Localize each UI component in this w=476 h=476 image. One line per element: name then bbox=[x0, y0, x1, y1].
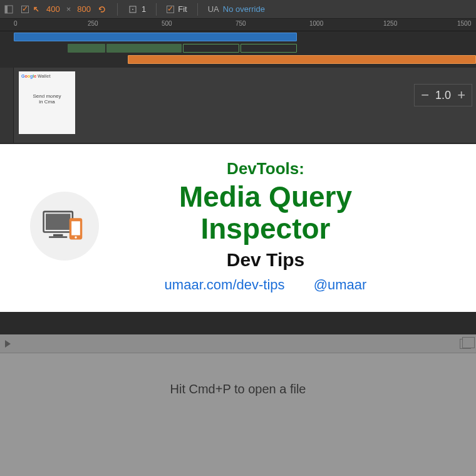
tabs-icon[interactable] bbox=[460, 339, 471, 349]
svg-rect-5 bbox=[46, 214, 70, 230]
ruler-tick: 1500 bbox=[457, 20, 471, 27]
reload-icon[interactable] bbox=[97, 4, 107, 14]
svg-rect-1 bbox=[5, 6, 8, 13]
dpr-value[interactable]: 1 bbox=[142, 4, 146, 14]
dock-icon[interactable] bbox=[4, 4, 14, 14]
ua-label: UA bbox=[208, 4, 219, 14]
viewport-height[interactable]: 800 bbox=[77, 4, 91, 14]
toolbar-separator bbox=[156, 3, 157, 16]
toolbar-separator bbox=[197, 3, 198, 16]
overlay-kicker: DevTools: bbox=[111, 159, 420, 178]
preview-text-line: in Cma bbox=[21, 99, 73, 105]
zoom-in-button[interactable]: + bbox=[457, 87, 465, 103]
preview-logo: Google Wallet bbox=[21, 74, 73, 78]
title-card: DevTools: Media Query Inspector Dev Tips… bbox=[0, 144, 476, 312]
preview-text-line: Send money bbox=[21, 93, 73, 99]
media-query-bars[interactable] bbox=[0, 31, 476, 68]
zoom-control: − 1.0 + bbox=[414, 84, 472, 106]
overlay-title: Media Query Inspector bbox=[111, 181, 420, 244]
dpr-icon[interactable] bbox=[128, 4, 138, 14]
fit-group: Fit bbox=[167, 4, 187, 14]
dimensions-group: 400 × 800 bbox=[21, 4, 107, 14]
dpr-group: 1 bbox=[128, 4, 146, 14]
sources-toolbar bbox=[0, 334, 476, 353]
preview-page: Google Wallet Send money in Cma bbox=[19, 71, 75, 134]
mq-bar-range[interactable] bbox=[68, 44, 105, 53]
zoom-out-button[interactable]: − bbox=[421, 87, 429, 103]
swap-dimensions-icon[interactable] bbox=[33, 4, 43, 14]
svg-rect-9 bbox=[71, 221, 80, 235]
devices-icon bbox=[30, 192, 99, 261]
ua-value[interactable]: No override bbox=[223, 4, 265, 14]
svg-rect-7 bbox=[49, 236, 67, 238]
overlay-title-line: Media Query bbox=[111, 181, 420, 213]
overlay-links: umaar.com/dev-tips @umaar bbox=[111, 277, 420, 293]
mq-bar-range[interactable] bbox=[183, 44, 239, 53]
mq-bar-range[interactable] bbox=[241, 44, 297, 53]
svg-point-3 bbox=[132, 9, 133, 10]
horizontal-ruler: 0250500750100012501500 bbox=[0, 19, 476, 31]
ruler-tick: 1250 bbox=[383, 20, 397, 27]
mq-bar-max-width[interactable] bbox=[14, 33, 297, 41]
ruler-tick: 250 bbox=[88, 20, 98, 27]
preview-body: Send money in Cma bbox=[21, 93, 73, 105]
sources-panel: Hit Cmd+P to open a file bbox=[0, 334, 476, 476]
mq-bar-range[interactable] bbox=[106, 44, 182, 53]
fit-checkbox[interactable] bbox=[167, 6, 174, 13]
overlay-title-line: Inspector bbox=[111, 213, 420, 245]
viewport-width[interactable]: 400 bbox=[46, 4, 60, 14]
open-file-hint: Hit Cmd+P to open a file bbox=[0, 382, 476, 396]
dimensions-separator: × bbox=[66, 4, 71, 14]
toolbar-separator bbox=[117, 3, 118, 16]
site-link[interactable]: umaar.com/dev-tips bbox=[165, 277, 285, 292]
preview-canvas[interactable]: Google Wallet Send money in Cma bbox=[14, 68, 476, 143]
ruler-tick: 0 bbox=[14, 20, 18, 27]
zoom-value: 1.0 bbox=[435, 89, 451, 102]
ruler-tick: 500 bbox=[162, 20, 172, 27]
mq-bar-min-width[interactable] bbox=[128, 55, 476, 64]
ua-group: UA No override bbox=[208, 4, 265, 14]
svg-point-10 bbox=[75, 236, 76, 238]
dimensions-checkbox[interactable] bbox=[21, 6, 29, 13]
vertical-ruler bbox=[0, 68, 14, 143]
device-toolbar: 400 × 800 1 Fit UA No override bbox=[0, 0, 476, 19]
play-icon[interactable] bbox=[5, 340, 11, 348]
fit-label: Fit bbox=[178, 4, 187, 14]
ruler-tick: 750 bbox=[235, 20, 246, 27]
svg-rect-6 bbox=[53, 234, 63, 236]
ruler-tick: 1000 bbox=[309, 20, 323, 27]
overlay-subtitle: Dev Tips bbox=[111, 249, 420, 271]
twitter-link[interactable]: @umaar bbox=[314, 277, 367, 292]
device-preview: Google Wallet Send money in Cma bbox=[0, 68, 476, 143]
